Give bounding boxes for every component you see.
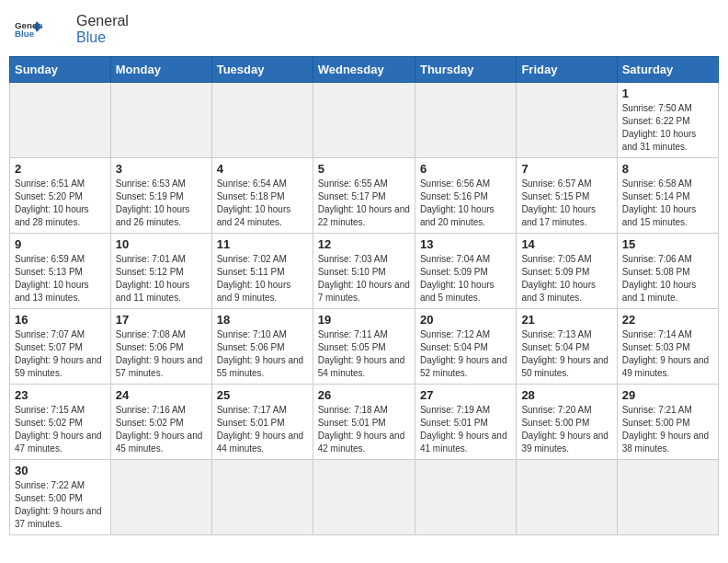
calendar-cell: 26Sunrise: 7:18 AM Sunset: 5:01 PM Dayli… [313, 385, 415, 460]
day-number: 30 [15, 464, 106, 477]
col-header-sunday: Sunday [10, 57, 111, 83]
day-info: Sunrise: 7:21 AM Sunset: 5:00 PM Dayligh… [622, 404, 713, 455]
calendar-cell: 16Sunrise: 7:07 AM Sunset: 5:07 PM Dayli… [10, 309, 111, 385]
calendar-cell: 18Sunrise: 7:10 AM Sunset: 5:06 PM Dayli… [211, 309, 313, 385]
day-info: Sunrise: 7:17 AM Sunset: 5:01 PM Dayligh… [217, 404, 308, 455]
day-number: 1 [622, 86, 713, 100]
day-info: Sunrise: 7:07 AM Sunset: 5:07 PM Dayligh… [15, 328, 106, 380]
calendar-cell: 2Sunrise: 6:51 AM Sunset: 5:20 PM Daylig… [10, 158, 111, 234]
calendar-cell: 23Sunrise: 7:15 AM Sunset: 5:02 PM Dayli… [10, 385, 111, 460]
col-header-thursday: Thursday [415, 57, 516, 83]
col-header-tuesday: Tuesday [211, 57, 313, 83]
day-info: Sunrise: 7:06 AM Sunset: 5:08 PM Dayligh… [622, 253, 713, 304]
logo-icon: General Blue [15, 18, 42, 40]
calendar-cell: 5Sunrise: 6:55 AM Sunset: 5:17 PM Daylig… [313, 158, 415, 234]
calendar-cell: 25Sunrise: 7:17 AM Sunset: 5:01 PM Dayli… [211, 385, 313, 460]
day-info: Sunrise: 7:15 AM Sunset: 5:02 PM Dayligh… [15, 404, 106, 455]
calendar-week-row: 1Sunrise: 7:50 AM Sunset: 6:22 PM Daylig… [10, 83, 719, 158]
calendar-cell: 15Sunrise: 7:06 AM Sunset: 5:08 PM Dayli… [617, 234, 718, 309]
day-number: 23 [15, 388, 106, 402]
calendar-cell: 13Sunrise: 7:04 AM Sunset: 5:09 PM Dayli… [415, 234, 516, 309]
day-number: 27 [420, 388, 511, 402]
calendar-cell [517, 460, 617, 535]
logo: General Blue General Blue [15, 13, 129, 45]
day-info: Sunrise: 7:02 AM Sunset: 5:11 PM Dayligh… [217, 253, 308, 304]
day-info: Sunrise: 6:57 AM Sunset: 5:15 PM Dayligh… [521, 178, 611, 229]
day-info: Sunrise: 7:50 AM Sunset: 6:22 PM Dayligh… [622, 102, 713, 154]
header: General Blue General Blue [9, 9, 719, 49]
calendar-cell [617, 460, 718, 535]
calendar-cell: 29Sunrise: 7:21 AM Sunset: 5:00 PM Dayli… [617, 385, 718, 460]
day-number: 15 [622, 237, 713, 251]
calendar-cell: 28Sunrise: 7:20 AM Sunset: 5:00 PM Dayli… [517, 385, 617, 460]
calendar-cell [211, 83, 313, 158]
calendar-cell: 9Sunrise: 6:59 AM Sunset: 5:13 PM Daylig… [10, 234, 111, 309]
day-info: Sunrise: 6:59 AM Sunset: 5:13 PM Dayligh… [15, 253, 106, 304]
day-info: Sunrise: 6:54 AM Sunset: 5:18 PM Dayligh… [217, 178, 308, 229]
logo-blue: Blue [76, 29, 106, 45]
day-info: Sunrise: 7:04 AM Sunset: 5:09 PM Dayligh… [420, 253, 511, 304]
col-header-wednesday: Wednesday [313, 57, 415, 83]
day-number: 2 [15, 162, 106, 176]
day-number: 26 [318, 388, 410, 402]
day-number: 12 [318, 237, 410, 251]
day-number: 18 [217, 313, 308, 327]
calendar-cell: 4Sunrise: 6:54 AM Sunset: 5:18 PM Daylig… [211, 158, 313, 234]
calendar-week-row: 30Sunrise: 7:22 AM Sunset: 5:00 PM Dayli… [10, 460, 719, 535]
calendar-cell [211, 460, 313, 535]
calendar-week-row: 16Sunrise: 7:07 AM Sunset: 5:07 PM Dayli… [10, 309, 719, 385]
day-info: Sunrise: 7:18 AM Sunset: 5:01 PM Dayligh… [318, 404, 410, 455]
day-number: 5 [318, 162, 410, 176]
day-number: 4 [217, 162, 308, 176]
calendar-week-row: 2Sunrise: 6:51 AM Sunset: 5:20 PM Daylig… [10, 158, 719, 234]
day-number: 8 [622, 162, 713, 176]
day-info: Sunrise: 6:55 AM Sunset: 5:17 PM Dayligh… [318, 178, 410, 229]
day-info: Sunrise: 7:14 AM Sunset: 5:03 PM Dayligh… [622, 328, 713, 380]
calendar-cell [313, 460, 415, 535]
day-info: Sunrise: 6:53 AM Sunset: 5:19 PM Dayligh… [116, 178, 207, 229]
day-info: Sunrise: 6:58 AM Sunset: 5:14 PM Dayligh… [622, 178, 713, 229]
calendar-cell: 3Sunrise: 6:53 AM Sunset: 5:19 PM Daylig… [110, 158, 211, 234]
day-number: 21 [521, 313, 611, 327]
day-number: 11 [217, 237, 308, 251]
day-number: 24 [116, 388, 207, 402]
day-number: 29 [622, 388, 713, 402]
calendar-header-row: SundayMondayTuesdayWednesdayThursdayFrid… [10, 57, 719, 83]
calendar-cell: 20Sunrise: 7:12 AM Sunset: 5:04 PM Dayli… [415, 309, 516, 385]
calendar-cell [110, 460, 211, 535]
calendar-cell [415, 83, 516, 158]
day-info: Sunrise: 7:12 AM Sunset: 5:04 PM Dayligh… [420, 328, 511, 380]
calendar-week-row: 9Sunrise: 6:59 AM Sunset: 5:13 PM Daylig… [10, 234, 719, 309]
day-info: Sunrise: 7:08 AM Sunset: 5:06 PM Dayligh… [116, 328, 207, 380]
calendar-cell: 19Sunrise: 7:11 AM Sunset: 5:05 PM Dayli… [313, 309, 415, 385]
logo-general: General [76, 13, 129, 29]
day-number: 14 [521, 237, 611, 251]
day-number: 13 [420, 237, 511, 251]
day-info: Sunrise: 7:20 AM Sunset: 5:00 PM Dayligh… [521, 404, 611, 455]
calendar-cell: 10Sunrise: 7:01 AM Sunset: 5:12 PM Dayli… [110, 234, 211, 309]
day-number: 17 [116, 313, 207, 327]
calendar-cell: 21Sunrise: 7:13 AM Sunset: 5:04 PM Dayli… [517, 309, 617, 385]
col-header-monday: Monday [110, 57, 211, 83]
calendar-cell: 1Sunrise: 7:50 AM Sunset: 6:22 PM Daylig… [617, 83, 718, 158]
calendar-week-row: 23Sunrise: 7:15 AM Sunset: 5:02 PM Dayli… [10, 385, 719, 460]
col-header-friday: Friday [517, 57, 617, 83]
calendar-cell: 22Sunrise: 7:14 AM Sunset: 5:03 PM Dayli… [617, 309, 718, 385]
calendar-cell: 7Sunrise: 6:57 AM Sunset: 5:15 PM Daylig… [517, 158, 617, 234]
day-info: Sunrise: 6:56 AM Sunset: 5:16 PM Dayligh… [420, 178, 511, 229]
day-number: 16 [15, 313, 106, 327]
day-info: Sunrise: 6:51 AM Sunset: 5:20 PM Dayligh… [15, 178, 106, 229]
day-number: 7 [521, 162, 611, 176]
calendar-cell [110, 83, 211, 158]
calendar-cell: 24Sunrise: 7:16 AM Sunset: 5:02 PM Dayli… [110, 385, 211, 460]
calendar-cell: 14Sunrise: 7:05 AM Sunset: 5:09 PM Dayli… [517, 234, 617, 309]
svg-text:Blue: Blue [15, 29, 35, 39]
day-info: Sunrise: 7:05 AM Sunset: 5:09 PM Dayligh… [521, 253, 611, 304]
day-info: Sunrise: 7:19 AM Sunset: 5:01 PM Dayligh… [420, 404, 511, 455]
calendar: SundayMondayTuesdayWednesdayThursdayFrid… [9, 56, 719, 535]
day-number: 20 [420, 313, 511, 327]
day-info: Sunrise: 7:11 AM Sunset: 5:05 PM Dayligh… [318, 328, 410, 380]
calendar-cell [415, 460, 516, 535]
calendar-cell [517, 83, 617, 158]
calendar-cell [313, 83, 415, 158]
